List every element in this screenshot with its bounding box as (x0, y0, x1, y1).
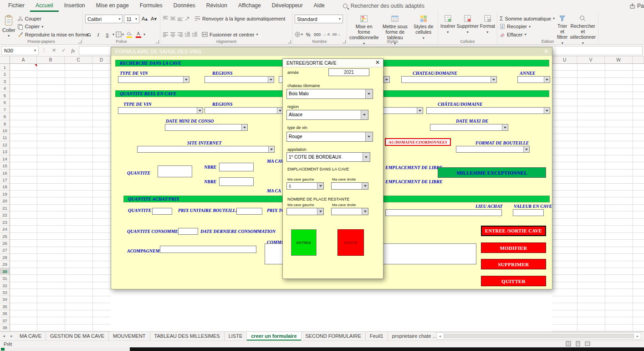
cave-gauche-combo[interactable]: 1 (286, 182, 324, 190)
underline-button[interactable]: S (103, 31, 111, 38)
prix-unitaire-input[interactable] (236, 208, 262, 215)
supprimer-button[interactable]: SUPPRIMER (481, 259, 546, 269)
merge-center-button[interactable]: Fusionner et centrer ▾ (202, 31, 258, 38)
column-header-partial[interactable] (633, 57, 644, 63)
row-header-22[interactable]: 22 (0, 212, 10, 218)
row-header-35[interactable]: 35 (0, 303, 10, 310)
ribbon-tab-formules[interactable]: Formules (134, 0, 168, 12)
fill-color-button[interactable] (125, 31, 133, 38)
sheet-nav-right-icon[interactable]: ► (8, 332, 15, 341)
wrap-text-button[interactable]: Renvoyer à la ligne automatiquement (194, 15, 285, 22)
row-header-31[interactable]: 31 (0, 275, 10, 282)
thousands-format-button[interactable]: 000 (313, 31, 321, 38)
align-top-icon[interactable] (163, 15, 169, 21)
row-header-26[interactable]: 26 (0, 240, 10, 247)
horizontal-scrollbar[interactable]: ◄ ► (436, 332, 641, 340)
row-header-2[interactable]: 2 (0, 71, 10, 77)
row-header-5[interactable]: 5 (0, 92, 10, 99)
ribbon-tab-données[interactable]: Données (168, 0, 201, 12)
cave-type-vin-combo[interactable] (118, 107, 203, 114)
row-header-10[interactable]: 10 (0, 127, 10, 134)
page-layout-view-icon[interactable] (575, 341, 581, 346)
percent-format-button[interactable]: % (304, 31, 312, 38)
quitter-button[interactable]: QUITTER (481, 276, 546, 286)
select-all-corner[interactable] (0, 57, 10, 64)
appelation-combo[interactable]: 1° COTE DE BORDEAUX (286, 152, 370, 162)
sheet-tab-mouvement[interactable]: MOUVEMENT (109, 332, 150, 341)
search-chateau-combo[interactable] (401, 76, 497, 83)
clear-button[interactable]: Effacer ▾ (500, 31, 555, 38)
row-header-12[interactable]: 12 (0, 141, 10, 148)
format-bouteille-combo[interactable] (456, 146, 530, 153)
row-header-23[interactable]: 23 (0, 219, 10, 226)
sheet-tab-feuil1[interactable]: Feuil1 (366, 332, 388, 341)
formula-bar-grip-icon[interactable]: ⋮ (39, 47, 49, 53)
scroll-right-icon[interactable]: ► (634, 333, 641, 339)
find-select-button[interactable]: Rechercher et sélectionner ▾ (570, 14, 596, 38)
annee-input[interactable]: 2021 (328, 68, 369, 76)
row-header-1[interactable]: 1 (0, 64, 10, 71)
orientation-icon[interactable] (184, 15, 190, 21)
page-break-view-icon[interactable] (585, 341, 590, 346)
millesime-exceptionnel-button[interactable]: MILLESIME EXCEPTIONNEL (438, 167, 546, 178)
row-header-7[interactable]: 7 (0, 106, 10, 113)
row-header-18[interactable]: 18 (0, 183, 10, 190)
row-header-29[interactable]: 29 (0, 261, 10, 268)
currency-format-button[interactable]: ▾ (295, 31, 303, 38)
align-bottom-icon[interactable] (177, 15, 183, 21)
chateau-domaine-combo[interactable]: Bois Malo (286, 89, 373, 99)
row-header-20[interactable]: 20 (0, 197, 10, 204)
search-regions-combo[interactable] (204, 76, 274, 83)
confirm-entry-icon[interactable]: ✓ (59, 47, 68, 53)
quantite-input[interactable] (158, 165, 192, 177)
row-header-36[interactable]: 36 (0, 310, 10, 317)
borders-button[interactable]: ▾ (116, 31, 124, 38)
delete-cells-button[interactable]: Supprimer ▾ (457, 14, 478, 38)
sheet-tab-ma-cave[interactable]: MA CAVE (15, 332, 46, 341)
lieu-achat-input[interactable] (385, 209, 502, 216)
nbre-input-2[interactable] (219, 177, 254, 186)
row-header-28[interactable]: 28 (0, 254, 10, 261)
insert-cells-button[interactable]: Insérer ▾ (440, 14, 455, 38)
align-right-icon[interactable] (177, 31, 183, 37)
align-middle-icon[interactable] (170, 15, 176, 21)
bold-button[interactable]: G (85, 31, 93, 38)
column-header-b[interactable]: B (37, 57, 65, 63)
cave-droite-combo[interactable] (331, 182, 368, 190)
sortie-button[interactable]: SORTIE (337, 229, 364, 256)
row-header-38[interactable]: 38 (0, 324, 10, 331)
autosum-button[interactable]: Σ Somme automatique ▾ (500, 15, 555, 22)
align-left-icon[interactable] (163, 31, 169, 37)
fill-button[interactable]: Recopier ▾ (500, 23, 555, 31)
row-header-13[interactable]: 13 (0, 148, 10, 155)
sheet-nav-left-icon[interactable]: ◄ (0, 332, 8, 341)
spreadsheet-grid-left[interactable] (10, 64, 111, 331)
close-icon[interactable]: ✕ (375, 59, 380, 66)
sheet-tab-liste[interactable]: LISTE (225, 332, 247, 341)
paste-button[interactable]: Coller ▾ (2, 14, 15, 38)
decrease-indent-icon[interactable] (184, 31, 190, 37)
close-icon[interactable]: ✕ (544, 48, 549, 55)
scrollbar-thumb[interactable] (444, 334, 634, 338)
ribbon-tab-aide[interactable]: Aide (308, 0, 330, 12)
restante-droite-combo[interactable] (331, 208, 368, 215)
row-header-16[interactable]: 16 (0, 170, 10, 176)
row-header-3[interactable]: 3 (0, 78, 10, 85)
row-header-25[interactable]: 25 (0, 233, 10, 240)
row-header-6[interactable]: 6 (0, 99, 10, 106)
entree-sortie-cave-button[interactable]: ENTREE /SORTIE CAVE (481, 226, 546, 236)
row-header-17[interactable]: 17 (0, 176, 10, 183)
conditional-formatting-button[interactable]: Mise en forme conditionnelle ▾ (349, 14, 378, 38)
dialog-launcher-icon[interactable] (156, 40, 159, 43)
row-header-19[interactable]: 19 (0, 191, 10, 197)
normal-view-icon[interactable] (566, 341, 571, 346)
column-header-u[interactable]: U (552, 57, 577, 63)
row-header-24[interactable]: 24 (0, 226, 10, 232)
row-header-32[interactable]: 32 (0, 282, 10, 289)
column-header-d[interactable]: D (92, 57, 111, 63)
sort-filter-button[interactable]: Trier et filtrer ▾ (557, 14, 568, 38)
valeur-en-cave-input[interactable] (513, 209, 544, 216)
format-painter-button[interactable]: Reproduire la mise en forme (17, 31, 88, 38)
ribbon-tab-insertion[interactable]: Insertion (59, 0, 91, 12)
cave-chateau-combo[interactable] (426, 107, 550, 114)
